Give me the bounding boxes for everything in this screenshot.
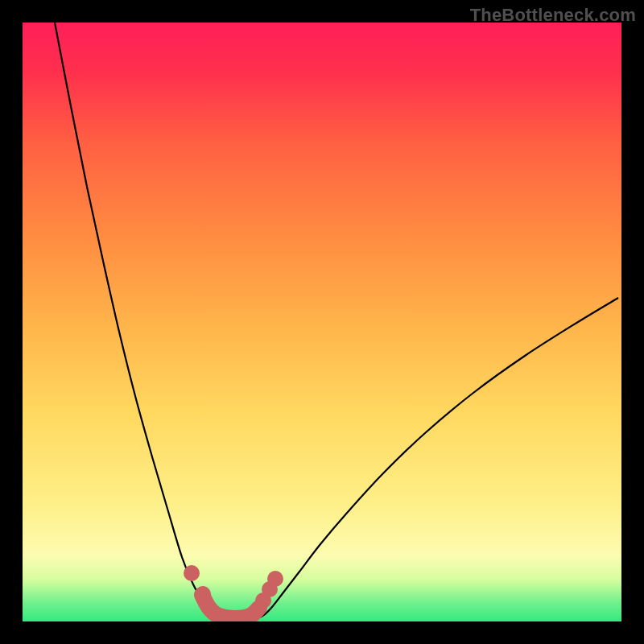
watermark-text: TheBottleneck.com (470, 5, 636, 26)
highlight-dot (267, 571, 283, 587)
highlight-dot (184, 565, 200, 581)
highlight-dot (195, 586, 211, 602)
chart-plot-area (23, 23, 621, 621)
highlight-band (202, 595, 259, 618)
bottleneck-curve (55, 23, 618, 620)
chart-svg (23, 23, 621, 621)
